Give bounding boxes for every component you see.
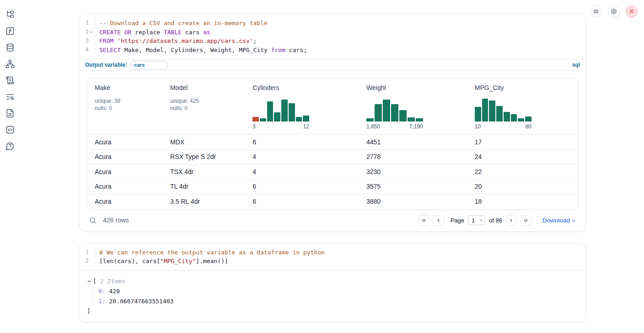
- table-cell: 4451: [359, 138, 467, 146]
- column-header-weight[interactable]: Weight1,8507,190: [359, 79, 467, 134]
- outline-search-icon[interactable]: [5, 92, 15, 101]
- tree-entry: 1: 20.060747663551403: [98, 296, 578, 307]
- document-icon[interactable]: [5, 109, 15, 118]
- table-cell: 6: [245, 183, 359, 190]
- column-header-mpg_city[interactable]: MPG_City1060: [467, 79, 578, 134]
- python-code-editor[interactable]: 1# We can reference the output variable …: [80, 243, 585, 271]
- page-label: Page: [451, 217, 464, 224]
- code-token: Make, Model, Cylinders, Weight, MPG_City: [121, 47, 271, 53]
- table-cell: MDX: [163, 138, 245, 146]
- column-title: Cylinders: [252, 84, 352, 91]
- sidebar: [0, 0, 20, 151]
- code-line[interactable]: 2[len(cars), cars["MPG_City"].mean()]: [80, 257, 585, 266]
- download-button[interactable]: Download: [542, 217, 576, 224]
- prev-page-button[interactable]: [433, 215, 444, 226]
- fold-chevron-icon[interactable]: [89, 30, 94, 35]
- table-cell: 4: [245, 153, 359, 160]
- histogram-bar: [489, 100, 495, 122]
- next-page-button[interactable]: [506, 215, 517, 226]
- menu-button[interactable]: [590, 5, 602, 17]
- first-page-button[interactable]: [419, 215, 429, 226]
- code-line[interactable]: 2CREATE OR replace TABLE cars as: [80, 28, 585, 37]
- tree-items-count: 2 Items: [100, 276, 125, 286]
- histogram-bar: [383, 100, 390, 122]
- histogram-bar: [303, 116, 309, 122]
- table-cell: 2778: [359, 153, 467, 160]
- histogram-bar: [274, 112, 280, 122]
- code-token: SELECT: [99, 47, 121, 53]
- sql-code-editor[interactable]: 1-- Download a CSV and create an in-memo…: [80, 14, 585, 59]
- line-number: 1: [82, 19, 89, 28]
- output-variable-label: Output variable:: [85, 62, 127, 68]
- column-stat: nulls: 0: [95, 105, 156, 112]
- shutdown-button[interactable]: [626, 5, 638, 17]
- table-cell: Acura: [87, 168, 163, 175]
- file-tree-icon[interactable]: [5, 10, 15, 19]
- histogram-min-label: 1,850: [366, 123, 380, 130]
- code-token: ;: [253, 37, 257, 44]
- table-footer: 428 rows Page 1 of 86: [87, 210, 578, 231]
- table-cell: 24: [467, 153, 578, 160]
- code-snippets-icon[interactable]: [5, 125, 15, 134]
- code-line[interactable]: 1-- Download a CSV and create an in-memo…: [80, 19, 585, 28]
- line-number: 2: [82, 257, 89, 266]
- table-cell: Acura: [87, 183, 163, 190]
- column-header-model[interactable]: Modelunique: 425nulls: 0: [163, 79, 245, 134]
- sql-cell: 1-- Download a CSV and create an in-memo…: [79, 14, 586, 232]
- table-cell: RSX Type S 2dr: [163, 153, 245, 160]
- tree-entry-key: 0:: [98, 288, 106, 295]
- table-cell: TL 4dr: [163, 183, 245, 190]
- histogram-bars: [475, 98, 531, 122]
- page-select[interactable]: 1: [468, 215, 485, 225]
- tree-entry-value: 20.060747663551403: [106, 298, 174, 305]
- language-badge: sql: [572, 62, 580, 68]
- column-title: MPG_City: [475, 84, 570, 91]
- code-token: as: [203, 29, 210, 36]
- column-stat: nulls: 0: [170, 105, 238, 112]
- column-header-make[interactable]: Makeunique: 38nulls: 0: [87, 79, 163, 134]
- histogram-max-label: 7,190: [409, 123, 423, 130]
- histogram-axis-labels: 1,8507,190: [366, 123, 423, 130]
- function-square-icon[interactable]: [5, 26, 15, 36]
- code-line[interactable]: 3FROM 'https://datasets.marimo.app/cars.…: [80, 37, 585, 46]
- column-header-cylinders[interactable]: Cylinders312: [245, 79, 359, 134]
- line-number: 4: [82, 46, 89, 55]
- dependency-graph-icon[interactable]: [5, 59, 15, 69]
- tree-entry-key: 1:: [98, 298, 106, 305]
- help-icon[interactable]: [5, 142, 15, 151]
- code-line[interactable]: 4SELECT Make, Model, Cylinders, Weight, …: [80, 46, 585, 55]
- code-token: TABLE: [164, 29, 182, 36]
- output-variable-input[interactable]: [131, 61, 167, 69]
- code-token: FROM: [99, 37, 113, 44]
- histogram-bar: [296, 117, 302, 122]
- code-token: -- Download a CSV and create an in-memor…: [99, 20, 268, 26]
- topbar-actions: [590, 5, 638, 17]
- search-icon[interactable]: [89, 217, 97, 224]
- code-token: cars;: [285, 47, 307, 53]
- tree-collapse-icon[interactable]: [87, 279, 93, 284]
- last-page-button[interactable]: [521, 215, 531, 226]
- code-token: [len(cars), cars[: [99, 258, 160, 264]
- column-title: Make: [95, 84, 156, 91]
- scroll-logs-icon[interactable]: [5, 76, 15, 85]
- histogram-bar: [518, 118, 524, 122]
- fold-slot: [89, 38, 94, 43]
- settings-button[interactable]: [608, 5, 620, 17]
- tree-entry-value: 428: [106, 288, 120, 295]
- chevron-down-icon: [571, 218, 576, 223]
- page-select-wrap: 1: [468, 215, 485, 225]
- histogram-bar: [375, 104, 382, 122]
- histogram-bar: [399, 110, 407, 122]
- code-token: ].mean()]: [196, 258, 228, 264]
- histogram-bar: [496, 106, 503, 122]
- download-label: Download: [542, 217, 570, 224]
- column-stat: unique: 38: [95, 97, 156, 105]
- code-line[interactable]: 1# We can reference the output variable …: [80, 248, 585, 257]
- database-icon[interactable]: [5, 43, 15, 52]
- table-cell: 3230: [359, 168, 467, 175]
- table-cell: 20: [467, 183, 578, 190]
- line-number: 1: [82, 248, 89, 257]
- tree-output: [ 2 Items 0: 4281: 20.060747663551403 ]: [80, 271, 585, 322]
- menu-icon: [593, 8, 599, 15]
- line-gutter: 2: [80, 28, 95, 37]
